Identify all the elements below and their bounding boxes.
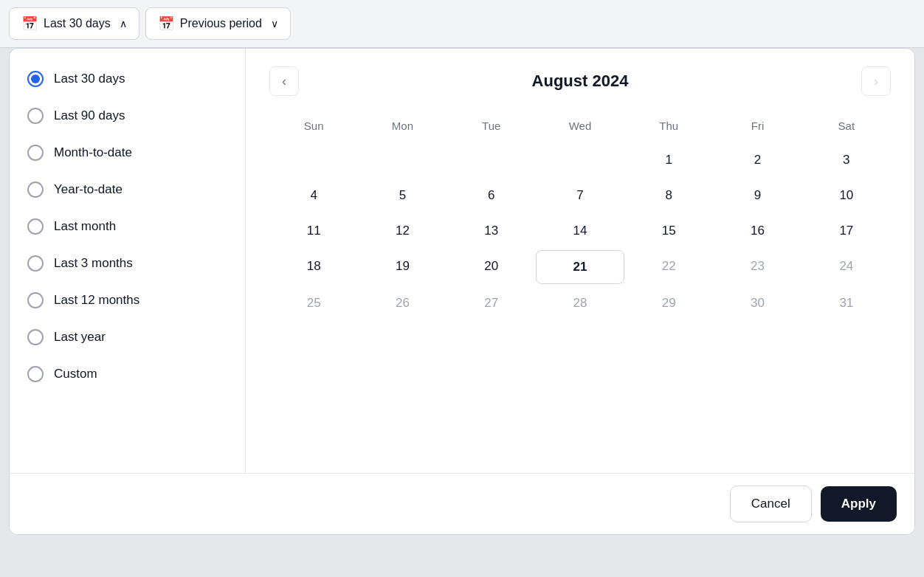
calendar-day-25: 25 (269, 287, 358, 319)
radio-option-last12months[interactable]: Last 12 months (10, 282, 245, 319)
calendar-day-7[interactable]: 7 (536, 179, 624, 212)
calendar-panel: ‹ August 2024 › SunMonTueWedThuFriSat 12… (246, 49, 914, 534)
radio-circle-last90 (27, 108, 44, 124)
calendar-day-16[interactable]: 16 (713, 215, 801, 247)
calendar-day-10[interactable]: 10 (802, 179, 891, 212)
apply-button[interactable]: Apply (821, 486, 897, 522)
calendar-day-20[interactable]: 20 (447, 250, 536, 284)
radio-label-lastyear: Last year (54, 330, 106, 345)
calendar-day-26: 26 (358, 287, 447, 319)
radio-label-ytd: Year-to-date (54, 182, 123, 197)
calendar-day-3[interactable]: 3 (802, 144, 891, 176)
radio-label-last30: Last 30 days (54, 72, 125, 86)
footer: Cancel Apply (10, 473, 914, 534)
radio-option-custom[interactable]: Custom (10, 356, 245, 393)
radio-label-last12months: Last 12 months (54, 293, 139, 308)
radio-circle-mtd (27, 145, 44, 161)
last30-button[interactable]: 📅 Last 30 days ∧ (9, 7, 139, 40)
next-month-button[interactable]: › (861, 66, 891, 96)
radio-option-mtd[interactable]: Month-to-date (10, 134, 245, 171)
calendar-week-3: 18192021222324 (269, 250, 891, 284)
radio-label-lastmonth: Last month (54, 219, 116, 234)
calendar-header: ‹ August 2024 › (269, 66, 891, 96)
calendar-weeks: 1234567891011121314151617181920212223242… (269, 144, 891, 319)
calendar-day-12[interactable]: 12 (358, 215, 447, 247)
calendar-days-header: SunMonTueWedThuFriSat (269, 114, 891, 138)
radio-circle-custom (27, 366, 44, 382)
empty-day-0-3 (536, 144, 624, 176)
last30-label: Last 30 days (44, 17, 111, 30)
empty-day-0-0 (269, 144, 358, 176)
radio-option-last30[interactable]: Last 30 days (10, 61, 245, 97)
empty-day-0-1 (358, 144, 447, 176)
cancel-button[interactable]: Cancel (730, 486, 812, 522)
radio-circle-lastmonth (27, 218, 44, 235)
calendar-day-11[interactable]: 11 (269, 215, 358, 247)
day-name-mon: Mon (358, 114, 447, 138)
calendar-day-22: 22 (624, 250, 713, 284)
calendar-day-15[interactable]: 15 (624, 215, 713, 247)
calendar-day-8[interactable]: 8 (624, 179, 713, 212)
previous-period-label: Previous period (180, 17, 262, 30)
day-name-fri: Fri (713, 114, 801, 138)
calendar-day-19[interactable]: 19 (358, 250, 447, 284)
calendar-day-27: 27 (447, 287, 536, 319)
calendar-day-31: 31 (802, 287, 891, 319)
calendar-day-4[interactable]: 4 (269, 179, 358, 212)
calendar-week-0: 123 (269, 144, 891, 176)
calendar-day-9[interactable]: 9 (713, 179, 801, 212)
calendar-day-17[interactable]: 17 (802, 215, 891, 247)
date-picker-dropdown: Last 30 daysLast 90 daysMonth-to-dateYea… (9, 48, 915, 535)
day-name-sun: Sun (269, 114, 358, 138)
radio-label-custom: Custom (54, 367, 97, 381)
calendar-grid: SunMonTueWedThuFriSat 123456789101112131… (269, 114, 891, 319)
empty-day-0-2 (447, 144, 536, 176)
radio-option-lastmonth[interactable]: Last month (10, 208, 245, 245)
calendar-icon-1: 📅 (21, 15, 38, 32)
calendar-day-29: 29 (624, 287, 713, 319)
day-name-thu: Thu (624, 114, 713, 138)
calendar-day-5[interactable]: 5 (358, 179, 447, 212)
prev-month-button[interactable]: ‹ (269, 66, 299, 96)
period-options-panel: Last 30 daysLast 90 daysMonth-to-dateYea… (10, 49, 246, 534)
calendar-day-30: 30 (713, 287, 801, 319)
radio-option-lastyear[interactable]: Last year (10, 319, 245, 356)
radio-option-last90[interactable]: Last 90 days (10, 97, 245, 134)
calendar-title: August 2024 (532, 72, 629, 91)
calendar-day-13[interactable]: 13 (447, 215, 536, 247)
top-bar: 📅 Last 30 days ∧ 📅 Previous period ∨ (0, 0, 924, 48)
calendar-day-23: 23 (713, 250, 801, 284)
calendar-day-2[interactable]: 2 (713, 144, 801, 176)
calendar-day-18[interactable]: 18 (269, 250, 358, 284)
chevron-up-icon: ∧ (120, 18, 127, 30)
chevron-down-icon: ∨ (271, 18, 278, 30)
calendar-day-24: 24 (802, 250, 891, 284)
radio-option-last3months[interactable]: Last 3 months (10, 245, 245, 282)
radio-label-last3months: Last 3 months (54, 256, 133, 271)
calendar-day-6[interactable]: 6 (447, 179, 536, 212)
calendar-week-2: 11121314151617 (269, 215, 891, 247)
calendar-day-14[interactable]: 14 (536, 215, 624, 247)
calendar-icon-2: 📅 (158, 15, 174, 32)
calendar-day-1[interactable]: 1 (624, 144, 713, 176)
day-name-tue: Tue (447, 114, 536, 138)
calendar-week-1: 45678910 (269, 179, 891, 212)
radio-circle-last30 (27, 71, 44, 87)
radio-circle-last3months (27, 255, 44, 272)
radio-label-mtd: Month-to-date (54, 145, 132, 160)
radio-option-ytd[interactable]: Year-to-date (10, 171, 245, 208)
calendar-day-28: 28 (536, 287, 624, 319)
previous-period-button[interactable]: 📅 Previous period ∨ (145, 7, 291, 40)
calendar-week-4: 25262728293031 (269, 287, 891, 319)
radio-label-last90: Last 90 days (54, 108, 125, 123)
day-name-sat: Sat (802, 114, 891, 138)
radio-circle-ytd (27, 182, 44, 198)
radio-circle-last12months (27, 292, 44, 308)
radio-circle-lastyear (27, 329, 44, 345)
day-name-wed: Wed (536, 114, 624, 138)
calendar-day-21[interactable]: 21 (536, 250, 624, 284)
